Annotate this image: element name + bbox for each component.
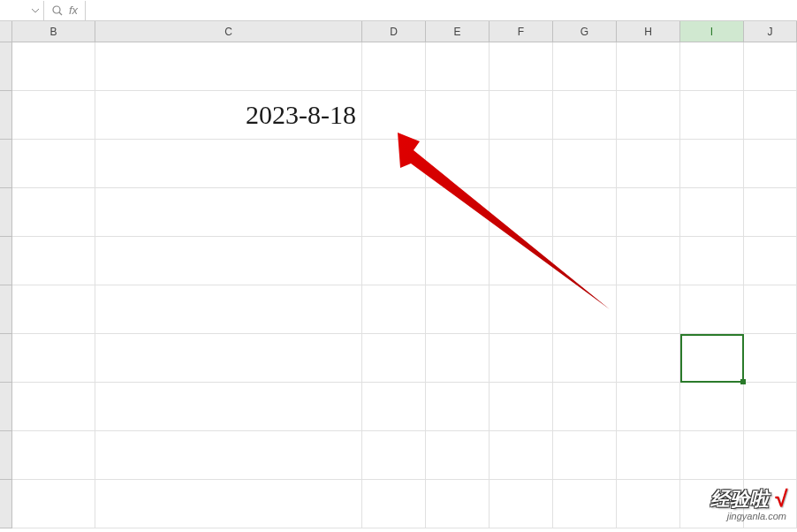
row-header[interactable] bbox=[0, 383, 12, 431]
cell-H3[interactable] bbox=[617, 140, 680, 188]
cell-C6[interactable] bbox=[95, 285, 362, 334]
cell-G3[interactable] bbox=[553, 140, 617, 188]
cell-B9[interactable] bbox=[12, 431, 95, 480]
col-header-G[interactable]: G bbox=[553, 21, 617, 42]
cell-J6[interactable] bbox=[744, 285, 797, 334]
fx-label[interactable]: fx bbox=[69, 4, 78, 17]
cell-G8[interactable] bbox=[553, 383, 617, 431]
row-header[interactable] bbox=[0, 188, 12, 237]
cell-G5[interactable] bbox=[553, 237, 617, 285]
cell-D9[interactable] bbox=[362, 431, 426, 480]
cell-I1[interactable] bbox=[680, 42, 744, 91]
cell-I2[interactable] bbox=[680, 91, 744, 140]
cell-E10[interactable] bbox=[426, 480, 490, 528]
cell-H7[interactable] bbox=[617, 334, 680, 383]
cell-G7[interactable] bbox=[553, 334, 617, 383]
cell-C1[interactable] bbox=[95, 42, 362, 91]
cell-F9[interactable] bbox=[490, 431, 553, 480]
row-header[interactable] bbox=[0, 237, 12, 285]
row-header[interactable] bbox=[0, 42, 12, 91]
cell-E2[interactable] bbox=[426, 91, 490, 140]
cell-E6[interactable] bbox=[426, 285, 490, 334]
cell-B5[interactable] bbox=[12, 237, 95, 285]
cell-F7[interactable] bbox=[490, 334, 553, 383]
cell-H6[interactable] bbox=[617, 285, 680, 334]
cell-I7[interactable] bbox=[680, 334, 744, 383]
cell-C4[interactable] bbox=[95, 188, 362, 237]
row-header[interactable] bbox=[0, 285, 12, 334]
cell-B8[interactable] bbox=[12, 383, 95, 431]
cell-G4[interactable] bbox=[553, 188, 617, 237]
cell-G9[interactable] bbox=[553, 431, 617, 480]
cell-C7[interactable] bbox=[95, 334, 362, 383]
col-header-E[interactable]: E bbox=[426, 21, 490, 42]
cell-D7[interactable] bbox=[362, 334, 426, 383]
cell-J8[interactable] bbox=[744, 383, 797, 431]
cell-E7[interactable] bbox=[426, 334, 490, 383]
name-box[interactable] bbox=[0, 1, 44, 20]
col-header-C[interactable]: C bbox=[95, 21, 362, 42]
cell-C10[interactable] bbox=[95, 480, 362, 528]
cell-D3[interactable] bbox=[362, 140, 426, 188]
cell-D5[interactable] bbox=[362, 237, 426, 285]
cell-J2[interactable] bbox=[744, 91, 797, 140]
cell-G6[interactable] bbox=[553, 285, 617, 334]
cell-F6[interactable] bbox=[490, 285, 553, 334]
cell-E5[interactable] bbox=[426, 237, 490, 285]
cell-I4[interactable] bbox=[680, 188, 744, 237]
cell-F2[interactable] bbox=[490, 91, 553, 140]
col-header-B[interactable]: B bbox=[12, 21, 95, 42]
cell-D10[interactable] bbox=[362, 480, 426, 528]
formula-input[interactable] bbox=[86, 1, 797, 20]
col-header-H[interactable]: H bbox=[617, 21, 680, 42]
cell-G1[interactable] bbox=[553, 42, 617, 91]
cell-J3[interactable] bbox=[744, 140, 797, 188]
cell-C8[interactable] bbox=[95, 383, 362, 431]
cell-F8[interactable] bbox=[490, 383, 553, 431]
select-all-corner[interactable] bbox=[0, 21, 12, 42]
cell-H9[interactable] bbox=[617, 431, 680, 480]
cell-I6[interactable] bbox=[680, 285, 744, 334]
cell-D8[interactable] bbox=[362, 383, 426, 431]
cell-J4[interactable] bbox=[744, 188, 797, 237]
cell-H2[interactable] bbox=[617, 91, 680, 140]
row-header[interactable] bbox=[0, 140, 12, 188]
col-header-I[interactable]: I bbox=[680, 21, 744, 42]
cell-F10[interactable] bbox=[490, 480, 553, 528]
cell-J1[interactable] bbox=[744, 42, 797, 91]
cell-C3[interactable] bbox=[95, 140, 362, 188]
cell-E1[interactable] bbox=[426, 42, 490, 91]
cell-D6[interactable] bbox=[362, 285, 426, 334]
cell-H1[interactable] bbox=[617, 42, 680, 91]
row-header[interactable] bbox=[0, 480, 12, 528]
cell-B2[interactable] bbox=[12, 91, 95, 140]
cell-I3[interactable] bbox=[680, 140, 744, 188]
cell-H8[interactable] bbox=[617, 383, 680, 431]
col-header-D[interactable]: D bbox=[362, 21, 426, 42]
cell-F1[interactable] bbox=[490, 42, 553, 91]
cell-C2[interactable]: 2023-8-18 bbox=[95, 91, 362, 140]
cell-D1[interactable] bbox=[362, 42, 426, 91]
zoom-icon[interactable] bbox=[51, 4, 64, 17]
cell-B4[interactable] bbox=[12, 188, 95, 237]
cell-I5[interactable] bbox=[680, 237, 744, 285]
col-header-F[interactable]: F bbox=[490, 21, 553, 42]
cell-C5[interactable] bbox=[95, 237, 362, 285]
cell-J5[interactable] bbox=[744, 237, 797, 285]
cell-H10[interactable] bbox=[617, 480, 680, 528]
row-header[interactable] bbox=[0, 91, 12, 140]
cell-G10[interactable] bbox=[553, 480, 617, 528]
cell-E3[interactable] bbox=[426, 140, 490, 188]
col-header-J[interactable]: J bbox=[744, 21, 797, 42]
row-header[interactable] bbox=[0, 431, 12, 480]
cell-F3[interactable] bbox=[490, 140, 553, 188]
cell-B3[interactable] bbox=[12, 140, 95, 188]
cell-I8[interactable] bbox=[680, 383, 744, 431]
cell-H5[interactable] bbox=[617, 237, 680, 285]
row-header[interactable] bbox=[0, 334, 12, 383]
cell-B1[interactable] bbox=[12, 42, 95, 91]
cell-B6[interactable] bbox=[12, 285, 95, 334]
cell-H4[interactable] bbox=[617, 188, 680, 237]
cell-G2[interactable] bbox=[553, 91, 617, 140]
cell-F5[interactable] bbox=[490, 237, 553, 285]
